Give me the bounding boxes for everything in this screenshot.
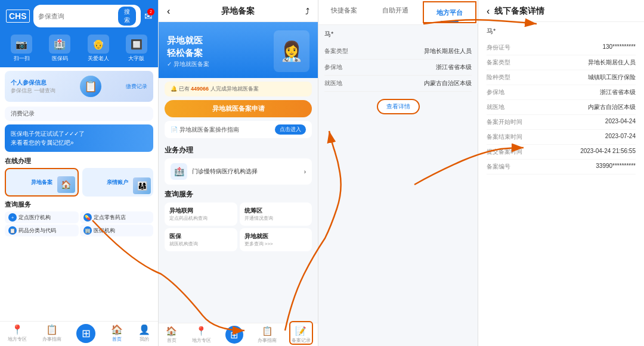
- yidi-hero-figure: 👩‍⚕️: [274, 30, 309, 72]
- yidi-header: ‹ 异地备案 ⤴: [159, 0, 318, 22]
- detail-person: 马*: [487, 27, 636, 36]
- nav-mine-label: 我的: [140, 336, 149, 342]
- detail-back-icon[interactable]: ‹: [487, 6, 490, 17]
- query-drug-label: 药品分类与代码: [18, 227, 56, 235]
- row-xianzhong-label: 险种类型: [487, 73, 528, 82]
- yidi-nav-records[interactable]: 📝 备案记录: [292, 326, 311, 344]
- quick-scan[interactable]: 📷 扫一扫: [11, 35, 32, 63]
- quick-elder[interactable]: 👴 关爱老人: [88, 35, 109, 63]
- home-bottom-nav: 📍 地方专区 📋 办事指南 ⊞ 🏠 首页 👤 我的: [0, 321, 158, 346]
- query-yibao-hospital[interactable]: 医保 就医机构查询: [165, 228, 237, 251]
- nav-mine[interactable]: 👤 我的: [138, 324, 150, 344]
- yidi-completed: 🔔 已有 449066 人完成异地就医备案: [165, 82, 312, 96]
- manzhan-label: 门诊慢特病医疗机构选择: [192, 167, 258, 176]
- nav-scan[interactable]: ⊞: [76, 324, 95, 344]
- detail-row-num: 备案编号 33990**********: [487, 160, 636, 174]
- yidi-records-icon: 📝: [295, 326, 306, 336]
- completed-prefix: 已有: [179, 86, 190, 92]
- query-hospital[interactable]: + 定点医疗机构: [5, 211, 79, 223]
- detail-row-canbao: 参保地 浙江省省本级: [487, 85, 636, 100]
- nav-local[interactable]: 📍 地方专区: [8, 324, 27, 344]
- qinqing-card-img: 👨‍👩‍👧: [133, 177, 151, 194]
- quick-yibao[interactable]: 🏥 医保码: [49, 35, 70, 63]
- query-drug-code[interactable]: 📋 药品分类与代码: [5, 225, 79, 236]
- query-section-title: 查询服务: [0, 198, 158, 210]
- query-drug-dot: 📋: [8, 226, 17, 235]
- online-services: 异地备案 🏠 亲情账户 👨‍👩‍👧: [0, 167, 158, 198]
- row-canbao-value: 浙江省省本级: [600, 88, 636, 96]
- detail-row-id: 身份证号 130**********: [487, 40, 636, 55]
- yidi-hero-title: 异地就医: [167, 34, 209, 46]
- yidi-hero: 异地就医 轻松备案 ✓ 异地就医备案 👩‍⚕️: [159, 22, 318, 78]
- quick-elder-label: 关爱老人: [88, 55, 109, 63]
- yidi-nav-local[interactable]: 📍 地方专区: [192, 326, 211, 344]
- yidi-home-icon: 🏠: [166, 326, 177, 336]
- yibao-banner[interactable]: 医保电子凭证试试了✓✓✓了来看看您的专属记忆吧»: [5, 124, 153, 152]
- yidi-share-icon[interactable]: ⤴: [305, 7, 309, 16]
- yidi-nav-guide[interactable]: 📋 办事指南: [258, 326, 277, 344]
- form-type-value: 异地长期居住人员: [424, 47, 472, 55]
- detail-row-type: 备案类型 异地长期居住人员: [487, 55, 636, 70]
- search-button[interactable]: 搜索: [118, 7, 136, 26]
- nav-home[interactable]: 🏠 首页: [111, 324, 123, 344]
- q-sub-1: 定点药品机构查询: [169, 215, 233, 222]
- panel-home: CHS 搜索 ✉ 2 📷 扫一扫 🏥 医保码 👴 关爱老人 🔲 大字版: [0, 0, 158, 346]
- service-yidi-beian[interactable]: 异地备案 🏠: [5, 168, 79, 197]
- completed-suffix: 人完成异地就医备案: [210, 86, 259, 92]
- form-row-jiuyi: 就医地 内蒙古自治区本级: [324, 76, 472, 92]
- yidi-nav-scan[interactable]: ⊞: [225, 326, 243, 344]
- manzhan-arrow: ›: [304, 169, 306, 175]
- personal-info-banner[interactable]: 个人参保信息 参保信息 一键查询 📋 缴费记录: [5, 71, 153, 102]
- service-yidi-label: 异地备案: [31, 179, 52, 186]
- q-title-3: 医保: [169, 232, 233, 241]
- row-type-label: 备案类型: [487, 58, 528, 67]
- query-items: + 定点医疗机构 💊 定点零售药店 📋 药品分类与代码 🏢 医保机构: [0, 210, 158, 238]
- query-pharmacy[interactable]: 💊 定点零售药店: [80, 211, 154, 223]
- tab-difang[interactable]: 地方平台: [423, 1, 476, 23]
- yibao-banner-text: 医保电子凭证试试了✓✓✓了来看看您的专属记忆吧»: [11, 130, 85, 146]
- q-sub-4: 更多查询 >>>: [244, 241, 308, 247]
- detail-row-xianzhong: 险种类型 城镇职工医疗保险: [487, 70, 636, 85]
- panel-yidi: ‹ 异地备案 ⤴ 异地就医 轻松备案 ✓ 异地就医备案 👩‍⚕️ 🔔 已有 44…: [158, 0, 318, 346]
- nav-guide-label: 办事指南: [42, 336, 61, 342]
- yidi-hero-tag: ✓ 异地就医备案: [167, 60, 209, 68]
- tab-zizhu[interactable]: 自助开通: [370, 0, 421, 24]
- query-org[interactable]: 🏢 医保机构: [80, 225, 154, 236]
- row-xianzhong-value: 城镇职工医疗保险: [588, 73, 636, 82]
- payment-record[interactable]: 缴费记录: [126, 83, 147, 91]
- detail-row-jiuyi: 就医地 内蒙古自治区本级: [487, 100, 636, 115]
- panel-difang: 快捷备案 自助开通 地方平台 马* 备案类型 异地长期居住人员 参保地 浙江省省…: [318, 0, 478, 346]
- search-input[interactable]: [38, 13, 116, 20]
- row-jiuyi-label: 就医地: [487, 103, 528, 111]
- mail-icon[interactable]: ✉ 2: [144, 11, 152, 22]
- service-manzhan[interactable]: 🏥 门诊慢特病医疗机构选择 ›: [165, 158, 312, 185]
- query-section-title2: 查询服务: [159, 186, 318, 201]
- row-submit-label: 提交备案时间: [487, 148, 528, 156]
- row-num-label: 备案编号: [487, 163, 528, 171]
- q-title-1: 异地联网: [169, 207, 233, 215]
- scan-icon-box: 📷: [11, 35, 32, 54]
- quick-scan-label: 扫一扫: [14, 55, 30, 63]
- large-icon-box: 🔲: [126, 35, 147, 54]
- query-tongchou[interactable]: 统筹区 开通情况查询: [240, 202, 312, 226]
- query-yidi-network[interactable]: 异地联网 定点药品机构查询: [165, 202, 237, 226]
- tab-kuaijie[interactable]: 快捷备案: [318, 0, 370, 24]
- search-bar[interactable]: 搜索: [33, 5, 141, 27]
- apply-btn[interactable]: 异地就医备案申请: [165, 100, 312, 117]
- query-grid: 异地联网 定点药品机构查询 统筹区 开通情况查询 医保 就医机构查询 异地就医 …: [165, 202, 312, 251]
- yidi-nav-home[interactable]: 🏠 首页: [166, 326, 177, 344]
- consume-record[interactable]: 消费记录: [5, 107, 153, 121]
- row-id-label: 身份证号: [487, 43, 528, 52]
- yidi-back-icon[interactable]: ‹: [167, 6, 170, 17]
- guide-link[interactable]: 点击进入: [275, 124, 306, 135]
- service-qinqing[interactable]: 亲情账户 👨‍👩‍👧: [82, 168, 154, 197]
- query-more[interactable]: 异地就医 更多查询 >>>: [240, 228, 312, 251]
- see-detail-btn[interactable]: 查看详情: [377, 99, 420, 114]
- nav-guide[interactable]: 📋 办事指南: [42, 324, 61, 344]
- detail-content: 马* 身份证号 130********** 备案类型 异地长期居住人员 险种类型…: [478, 22, 644, 346]
- form-row-type: 备案类型 异地长期居住人员: [324, 43, 472, 60]
- row-submit-value: 2023-04-24 21:56:55: [580, 148, 636, 156]
- yidi-scan-icon: ⊞: [225, 326, 243, 344]
- row-id-value: 130**********: [602, 43, 636, 52]
- quick-large[interactable]: 🔲 大字版: [126, 35, 147, 63]
